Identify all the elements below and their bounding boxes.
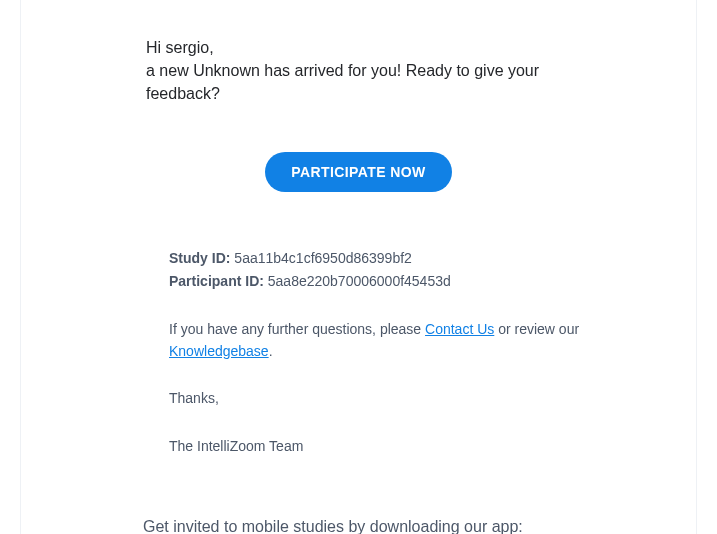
knowledgebase-link[interactable]: Knowledgebase: [169, 343, 269, 359]
outer-container: Hi sergio, a new Unknown has arrived for…: [0, 0, 717, 534]
support-suffix: .: [269, 343, 273, 359]
greeting-line-2: a new Unknown has arrived for you! Ready…: [146, 59, 571, 105]
participate-button[interactable]: PARTICIPATE NOW: [265, 152, 451, 192]
study-id-value: 5aa11b4c1cf6950d86399bf2: [234, 250, 412, 266]
study-id-row: Study ID: 5aa11b4c1cf6950d86399bf2: [169, 248, 606, 270]
greeting-block: Hi sergio, a new Unknown has arrived for…: [146, 36, 571, 106]
footer-invite: Get invited to mobile studies by downloa…: [143, 518, 606, 534]
cta-row: PARTICIPATE NOW: [51, 152, 666, 192]
support-mid: or review our: [494, 321, 579, 337]
signature-text: The IntelliZoom Team: [169, 436, 606, 458]
participant-id-row: Participant ID: 5aa8e220b70006000f45453d: [169, 271, 606, 293]
participant-id-value: 5aa8e220b70006000f45453d: [268, 273, 451, 289]
greeting-line-1: Hi sergio,: [146, 36, 571, 59]
contact-us-link[interactable]: Contact Us: [425, 321, 494, 337]
thanks-text: Thanks,: [169, 388, 606, 410]
support-prefix: If you have any further questions, pleas…: [169, 321, 425, 337]
details-block: Study ID: 5aa11b4c1cf6950d86399bf2 Parti…: [169, 248, 606, 458]
support-text: If you have any further questions, pleas…: [169, 319, 606, 362]
participant-id-label: Participant ID:: [169, 273, 264, 289]
email-panel: Hi sergio, a new Unknown has arrived for…: [20, 0, 697, 534]
study-id-label: Study ID:: [169, 250, 230, 266]
